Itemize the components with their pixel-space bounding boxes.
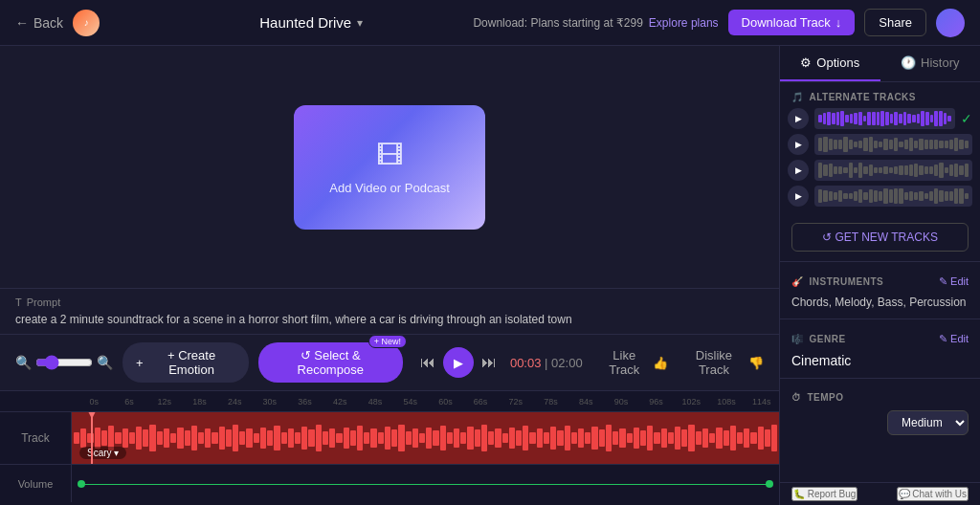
waveform-bar <box>329 428 335 449</box>
dislike-track-button[interactable]: Dislike Track 👎 <box>683 348 764 377</box>
tab-history[interactable]: 🕐 History <box>880 46 981 81</box>
ruler-mark: 72s <box>498 397 533 406</box>
waveform-bar <box>688 425 694 450</box>
avatar[interactable] <box>936 9 965 37</box>
volume-content[interactable] <box>72 465 779 502</box>
alt-wave-bar <box>914 192 918 200</box>
alt-wave-bar <box>869 137 873 151</box>
waveform-bar <box>344 428 349 450</box>
video-placeholder[interactable]: 🎞 Add Video or Podcast <box>294 105 485 230</box>
alt-wave-bar <box>832 113 835 124</box>
waveform-bar <box>267 430 273 446</box>
alt-wave-bar <box>854 113 858 125</box>
waveform-bar <box>406 431 412 445</box>
chevron-down-icon[interactable]: ▾ <box>357 16 363 30</box>
tempo-select[interactable]: SlowMediumFast <box>887 410 969 435</box>
like-track-button[interactable]: Like Track 👍 <box>600 348 668 377</box>
timeline-area: 0s6s12s18s24s30s36s42s48s54s60s66s72s78s… <box>0 390 779 505</box>
explore-plans-link[interactable]: Explore plans <box>649 16 719 30</box>
waveform-bar <box>136 427 142 450</box>
alt-wave-bar <box>858 163 862 177</box>
track-tag[interactable]: Scary ▾ <box>79 447 126 459</box>
track-row: Track Scary ▾ <box>0 411 779 464</box>
video-area: 🎞 Add Video or Podcast <box>0 46 779 288</box>
ruler-mark: 42s <box>323 397 358 406</box>
alt-wave-bar <box>929 166 933 175</box>
header-right: Download: Plans starting at ₹299 Explore… <box>473 9 965 37</box>
back-button[interactable]: ← Back <box>15 15 63 31</box>
download-track-button[interactable]: Download Track ↓ <box>728 10 856 35</box>
waveform-bar <box>101 430 107 446</box>
waveform-bar <box>627 433 633 443</box>
play-button[interactable]: ▶ <box>443 347 474 378</box>
waveform-bar <box>246 428 252 449</box>
waveform-bar <box>122 428 128 447</box>
main-layout: 🎞 Add Video or Podcast T Prompt create a… <box>0 46 980 505</box>
waveform-bar <box>364 432 369 445</box>
waveform-bar <box>606 425 612 450</box>
skip-forward-button[interactable]: ⏭ <box>481 354 497 371</box>
ruler-mark: 102s <box>674 397 709 406</box>
waveform-bar <box>585 432 590 443</box>
waveform-bar <box>233 425 238 450</box>
alt-wave-bar <box>954 188 958 203</box>
alt-wave-bar <box>858 112 862 125</box>
alt-wave-bar <box>872 112 876 124</box>
ruler-mark: 12s <box>146 397 182 406</box>
select-recompose-button[interactable]: ↺ Select & Recompose + New! <box>258 342 403 383</box>
zoom-slider[interactable] <box>35 355 93 370</box>
center-area: 🎞 Add Video or Podcast T Prompt create a… <box>0 46 779 505</box>
track-content[interactable]: Scary ▾ <box>72 412 779 464</box>
waveform-bar <box>143 429 148 447</box>
alt-wave-bar <box>894 112 898 126</box>
ruler-mark: 84s <box>568 397 604 406</box>
volume-label: Volume <box>0 465 72 502</box>
zoom-out-icon[interactable]: 🔍 <box>15 355 32 370</box>
alt-wave-bar <box>904 140 908 148</box>
instruments-icon: 🎸 <box>791 276 804 287</box>
zoom-in-icon[interactable]: 🔍 <box>97 355 113 370</box>
get-new-tracks-button[interactable]: ↺ GET NEW TRACKS <box>791 223 969 252</box>
alt-wave-bar <box>949 165 953 176</box>
alt-wave-bar <box>883 166 887 175</box>
alt-track-play-button[interactable]: ▶ <box>788 134 809 155</box>
tab-options[interactable]: ⚙ Options <box>780 46 880 81</box>
waveform-bar <box>80 428 86 447</box>
logo: ♪ <box>73 10 100 36</box>
alt-wave-bar <box>849 193 853 199</box>
create-emotion-button[interactable]: + + Create Emotion <box>122 342 249 383</box>
instruments-edit-button[interactable]: ✎ Edit <box>939 275 969 288</box>
alt-track-waveform <box>814 134 972 155</box>
alt-wave-bar <box>894 138 898 152</box>
alt-track-play-button[interactable]: ▶ <box>788 108 809 129</box>
alt-wave-bar <box>834 192 837 200</box>
alt-wave-bar <box>934 165 938 175</box>
waveform-bar <box>737 432 743 445</box>
alt-track-play-button[interactable]: ▶ <box>788 160 809 181</box>
waveform-bar <box>565 426 570 450</box>
playhead <box>91 412 93 464</box>
alt-wave-bar <box>899 114 902 123</box>
ruler-mark: 114s <box>744 397 779 406</box>
waveform-bar <box>571 432 577 445</box>
video-placeholder-label: Add Video or Podcast <box>329 181 450 195</box>
alt-track-waveform <box>814 108 955 129</box>
waveform-bar <box>612 431 618 445</box>
waveform-bar <box>398 425 404 450</box>
alt-wave-bar <box>883 188 887 203</box>
alt-wave-bar <box>854 142 858 147</box>
chat-with-us-button[interactable]: 💬 Chat with Us <box>897 487 969 501</box>
genre-edit-button[interactable]: ✎ Edit <box>939 333 969 345</box>
skip-back-button[interactable]: ⏮ <box>420 354 435 371</box>
alt-track-play-button[interactable]: ▶ <box>788 186 809 207</box>
alt-wave-bar <box>965 164 969 177</box>
waveform-bar <box>744 428 749 447</box>
film-icon: 🎞 <box>376 140 403 171</box>
tempo-row: SlowMediumFast <box>780 408 980 441</box>
share-button[interactable]: Share <box>864 9 926 36</box>
alt-wave-bar <box>850 114 854 122</box>
waveform-bar <box>350 430 356 446</box>
download-info: Download: Plans starting at ₹299 Explore… <box>473 16 718 30</box>
report-bug-button[interactable]: 🐛 Report Bug <box>791 487 858 501</box>
waveform-bar <box>226 429 232 447</box>
